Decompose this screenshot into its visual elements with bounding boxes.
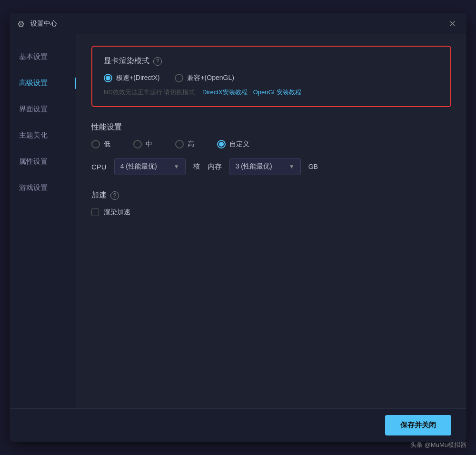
sidebar-item-property[interactable]: 属性设置 (10, 148, 76, 175)
opengl-option[interactable]: 兼容+(OpenGL) (175, 74, 234, 82)
memory-label: 内存 (208, 162, 222, 171)
titlebar: ⚙ 设置中心 ✕ (10, 13, 466, 34)
high-label: 高 (188, 140, 194, 148)
gpu-section-title: 显卡渲染模式 ? (104, 56, 439, 66)
gpu-radio-group: 极速+(DirectX) 兼容+(OpenGL) (104, 74, 439, 82)
directx-option[interactable]: 极速+(DirectX) (104, 74, 159, 82)
render-accel-checkbox[interactable] (91, 208, 99, 216)
window-title: 设置中心 (30, 20, 57, 28)
directx-label: 极速+(DirectX) (116, 74, 159, 82)
custom-radio[interactable] (217, 140, 226, 148)
opengl-radio[interactable] (175, 74, 183, 82)
gpu-help-icon[interactable]: ? (153, 57, 162, 66)
cpu-label: CPU (91, 163, 107, 171)
save-button[interactable]: 保存并关闭 (385, 415, 451, 435)
sidebar: 基本设置 高级设置 界面设置 主题美化 属性设置 游戏设置 (10, 34, 76, 408)
watermark: 头条 @MuMu模拟器 (410, 441, 466, 449)
content-area: 基本设置 高级设置 界面设置 主题美化 属性设置 游戏设置 显卡渲 (10, 34, 466, 408)
cpu-memory-row: CPU 4 (性能最优) ▼ 核 内存 3 (性能最优) ▼ GB (91, 158, 451, 175)
acceleration-section: 加速 ? 渲染加速 (91, 190, 451, 217)
accel-help-icon[interactable]: ? (110, 191, 119, 200)
sidebar-item-basic[interactable]: 基本设置 (10, 44, 76, 70)
perf-preset-group: 低 中 高 自定义 (91, 140, 451, 148)
performance-section: 性能设置 低 中 高 (91, 122, 451, 175)
preset-high[interactable]: 高 (175, 140, 194, 148)
gb-label: GB (308, 163, 318, 170)
sidebar-item-advanced[interactable]: 高级设置 (10, 70, 76, 96)
mid-radio[interactable] (133, 140, 142, 148)
custom-label: 自定义 (229, 140, 249, 148)
core-label: 核 (193, 162, 200, 171)
high-radio[interactable] (175, 140, 184, 148)
settings-icon: ⚙ (17, 19, 27, 29)
notice-row: ND效效无法正常运行 请切换模式. DirectX安装教程 OpenGL安装教程 (104, 88, 439, 97)
close-button[interactable]: ✕ (446, 17, 459, 30)
sidebar-item-theme[interactable]: 主题美化 (10, 122, 76, 148)
sidebar-item-interface[interactable]: 界面设置 (10, 96, 76, 122)
directx-radio[interactable] (104, 74, 112, 82)
low-radio[interactable] (91, 140, 100, 148)
cpu-dropdown-arrow: ▼ (174, 163, 179, 170)
main-content: 显卡渲染模式 ? 极速+(DirectX) 兼容+(OpenGL) ND效效无法… (76, 34, 466, 408)
opengl-tutorial-link[interactable]: OpenGL安装教程 (253, 88, 301, 97)
perf-section-title: 性能设置 (91, 122, 451, 132)
low-label: 低 (104, 140, 110, 148)
render-accel-row: 渲染加速 (91, 208, 451, 217)
preset-custom[interactable]: 自定义 (217, 140, 249, 148)
cpu-dropdown[interactable]: 4 (性能最优) ▼ (114, 158, 186, 175)
sidebar-item-game[interactable]: 游戏设置 (10, 175, 76, 201)
gpu-section: 显卡渲染模式 ? 极速+(DirectX) 兼容+(OpenGL) ND效效无法… (91, 46, 451, 107)
memory-dropdown[interactable]: 3 (性能最优) ▼ (229, 158, 301, 175)
mid-label: 中 (146, 140, 152, 148)
preset-low[interactable]: 低 (91, 140, 110, 148)
accel-section-title: 加速 ? (91, 190, 451, 200)
memory-dropdown-arrow: ▼ (289, 163, 295, 170)
render-accel-label: 渲染加速 (104, 208, 130, 217)
notice-text: ND效效无法正常运行 请切换模式. (104, 88, 197, 97)
footer: 保存并关闭 (10, 408, 466, 442)
directx-tutorial-link[interactable]: DirectX安装教程 (202, 88, 248, 97)
opengl-label: 兼容+(OpenGL) (187, 74, 234, 82)
preset-mid[interactable]: 中 (133, 140, 152, 148)
